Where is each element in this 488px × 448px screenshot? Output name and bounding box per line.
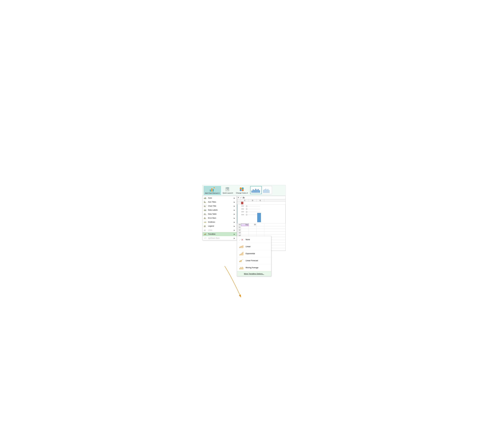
- svg-rect-128: [243, 267, 243, 269]
- svg-point-13: [240, 187, 242, 189]
- svg-text:…: …: [251, 187, 252, 188]
- chart-thumb-2[interactable]: …: [262, 186, 272, 194]
- svg-rect-36: [205, 197, 206, 199]
- menu-item-data-table[interactable]: Data Table ▶: [203, 212, 237, 216]
- menu-item-error-bars[interactable]: Error Bars ▶: [203, 216, 237, 220]
- chart-thumbnails: … …: [250, 186, 272, 194]
- svg-rect-4: [214, 187, 215, 188]
- svg-rect-63: [204, 218, 204, 219]
- menu-item-lines[interactable]: Lines ▶: [203, 228, 237, 232]
- svg-rect-75: [206, 222, 206, 223]
- lines-icon: [204, 229, 207, 231]
- menu-item-chart-title[interactable]: Chart Title ▶: [203, 204, 237, 208]
- svg-rect-2: [213, 189, 214, 192]
- svg-text:1: 1: [204, 209, 204, 210]
- submenu-item-exponential[interactable]: Exponential: [237, 250, 271, 257]
- svg-rect-82: [204, 230, 204, 231]
- svg-rect-37: [206, 198, 206, 199]
- col-header-d: D: [249, 199, 256, 201]
- svg-rect-74: [205, 222, 205, 223]
- svg-rect-11: [227, 187, 227, 188]
- add-chart-element-button[interactable]: Add Chart Element ▾: [204, 186, 221, 195]
- svg-rect-19: [253, 189, 254, 193]
- svg-rect-47: [205, 206, 206, 207]
- chart-thumb-1[interactable]: …: [250, 186, 262, 194]
- svg-rect-77: [205, 225, 205, 227]
- svg-rect-29: [265, 189, 266, 193]
- svg-rect-108: [239, 247, 240, 248]
- submenu-item-linear[interactable]: Linear: [237, 243, 271, 250]
- chart-title-icon: [204, 205, 207, 207]
- menu-item-updown-bars[interactable]: Up/Down Bars ▶: [203, 236, 237, 240]
- none-trendline-icon: [239, 238, 244, 241]
- svg-rect-111: [242, 246, 242, 248]
- screenshot-container: Add Chart Element ▾ Quick Layout ▾: [202, 185, 286, 251]
- svg-rect-8: [228, 189, 229, 190]
- grid-row-10: 10 Sep S3: [237, 224, 285, 226]
- grid-row-11: 11: [237, 226, 285, 229]
- svg-rect-43: [204, 201, 205, 201]
- menu-item-trendline[interactable]: Trendline ▶: [203, 232, 237, 236]
- svg-rect-65: [205, 218, 206, 219]
- svg-rect-30: [266, 190, 267, 193]
- svg-point-14: [242, 187, 244, 189]
- submenu-item-linear-forecast[interactable]: Linear Forecast: [237, 257, 271, 264]
- cancel-formula-button[interactable]: ✕: [238, 196, 239, 199]
- cell-c10[interactable]: Sep: [241, 224, 249, 226]
- svg-rect-23: [258, 189, 259, 193]
- row-number: [237, 202, 241, 204]
- svg-rect-32: [269, 190, 269, 193]
- submenu-item-none[interactable]: None: [237, 236, 271, 243]
- menu-item-gridlines[interactable]: Gridlines ▶: [203, 220, 237, 224]
- dropdown-menu: Axes ▶ Axis Titles ▶: [202, 196, 237, 240]
- cell-e10[interactable]: [256, 224, 264, 226]
- svg-text:…: …: [263, 187, 263, 188]
- svg-rect-83: [205, 230, 205, 231]
- main-content: Axes ▶ Axis Titles ▶: [202, 196, 286, 251]
- exponential-trendline-icon: [239, 252, 244, 256]
- svg-point-103: [246, 214, 247, 216]
- legend-icon: [204, 225, 207, 227]
- svg-text:$500: $500: [241, 205, 244, 207]
- col-headers: C D E: [237, 199, 285, 202]
- formula-input[interactable]: [245, 196, 285, 199]
- svg-rect-57: [205, 213, 205, 215]
- svg-text:$400: $400: [241, 208, 244, 210]
- svg-rect-18: [251, 191, 252, 193]
- svg-rect-90: [204, 238, 205, 238]
- svg-rect-78: [205, 226, 206, 227]
- axis-titles-icon: [204, 201, 207, 203]
- svg-rect-10: [226, 188, 227, 188]
- svg-rect-9: [226, 190, 229, 191]
- svg-rect-115: [240, 254, 241, 255]
- svg-rect-28: [264, 189, 265, 193]
- trendline-submenu: None Linear: [237, 236, 271, 276]
- change-colors-button[interactable]: Change Colors ▾: [235, 186, 249, 194]
- axes-icon: [204, 197, 207, 199]
- menu-item-data-labels[interactable]: 1 2 Data Labels ▶: [203, 208, 237, 212]
- cell-d10[interactable]: S3: [249, 224, 256, 226]
- submenu-item-moving-average[interactable]: Moving Average: [237, 264, 271, 271]
- svg-rect-76: [204, 226, 204, 227]
- svg-rect-44: [204, 205, 207, 205]
- svg-rect-51: [205, 210, 206, 211]
- menu-item-legend[interactable]: Legend ▶: [203, 224, 237, 228]
- svg-rect-46: [205, 206, 205, 207]
- formula-bar: ✕ ✓ fx: [237, 196, 285, 199]
- confirm-formula-button[interactable]: ✓: [240, 196, 242, 199]
- svg-rect-105: [257, 216, 260, 219]
- svg-rect-50: [205, 209, 205, 211]
- quick-layout-button[interactable]: Quick Layout ▾: [222, 186, 234, 194]
- svg-rect-80: [204, 227, 205, 227]
- col-header-e: E: [256, 199, 264, 201]
- menu-item-axes[interactable]: Axes ▶: [203, 196, 237, 200]
- svg-rect-58: [205, 214, 206, 215]
- menu-item-axis-titles[interactable]: Axis Titles ▶: [203, 200, 237, 204]
- svg-rect-110: [241, 246, 241, 248]
- svg-rect-49: [204, 210, 204, 211]
- updown-bars-icon: [204, 237, 207, 240]
- more-trendline-options-link[interactable]: More Trendline Options...: [237, 271, 271, 276]
- ribbon: Add Chart Element ▾ Quick Layout ▾: [202, 185, 286, 196]
- cell-c11[interactable]: [241, 226, 249, 229]
- col-header-c: C: [241, 199, 249, 201]
